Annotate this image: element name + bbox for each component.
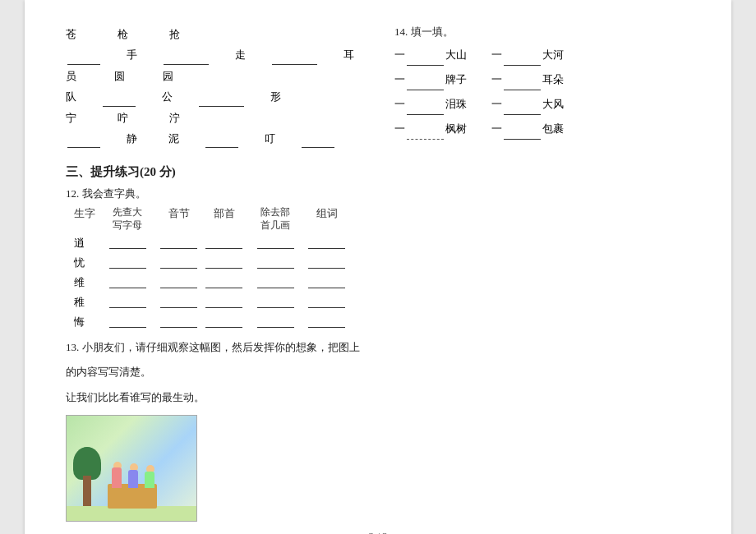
text-3a: 泪珠: [445, 94, 467, 115]
th-chubuhhua: 除去部首几画: [247, 206, 304, 232]
section3-title: 三、提升练习(20 分): [66, 164, 690, 180]
blank-wei-xd: [99, 277, 156, 288]
label-dui: 队: [66, 87, 76, 106]
blank-hui-xd: [99, 316, 156, 328]
blank-xiao-zc: [304, 237, 349, 249]
prefix-2a: 一: [394, 69, 405, 90]
blank-xiao-yj: [156, 237, 201, 249]
blank-zhi-cbh: [247, 297, 304, 308]
label-er: 耳: [343, 45, 354, 64]
prefix-1a: 一: [394, 44, 405, 66]
blank-wei-yj: [156, 277, 201, 288]
th-xianda: 先查大写字母: [99, 206, 156, 232]
blank-hui-bs: [201, 316, 247, 328]
blank-hui-yj: [156, 316, 201, 328]
fill-item-4a: 一 枫树: [394, 118, 467, 140]
char-ning1: 宁: [66, 108, 76, 127]
blank-gong: [103, 87, 136, 106]
blank-1a: [407, 65, 444, 66]
fill-row3: 静 泥 叮: [66, 129, 362, 148]
person-body-3: [145, 472, 154, 488]
top-section: 苍 枪 抢 手 走 耳 员 圆 园 队 公 形: [66, 25, 690, 150]
blank-xiao-xd: [99, 237, 156, 249]
th-boushou: 部首: [201, 206, 247, 232]
blank-hui-zc: [304, 316, 349, 328]
blank-xiao-bs: [201, 237, 247, 249]
blank-xing: [199, 87, 244, 106]
blank-you-xd: [99, 257, 156, 269]
fill-item-1b: 一 大河: [491, 44, 564, 66]
blank-you-yj: [156, 257, 201, 269]
blank-2a: [407, 90, 444, 90]
char-qiang: 枪: [118, 25, 128, 44]
prefix-3a: 一: [394, 94, 405, 115]
fill-row1: 手 走 耳: [66, 45, 362, 64]
label-ding: 叮: [265, 129, 275, 148]
q12-container: 12. 我会查字典。 生字 先查大写字母 音节 部首 除去部首几画 组词 逍: [66, 186, 690, 329]
blank-3a: [407, 114, 444, 115]
blank-xiao-cbh: [247, 237, 304, 249]
blank-zhi-bs: [201, 297, 247, 308]
right-col: 14. 填一填。 一 大山 一 大河: [394, 25, 690, 150]
char-yuan3: 园: [163, 67, 173, 85]
char-yuan2: 圆: [114, 67, 125, 85]
blank-wei-bs: [201, 277, 247, 288]
fill-item-3b: 一 大风: [491, 94, 564, 115]
char-cang: 苍: [66, 25, 76, 44]
exam-page: 苍 枪 抢 手 走 耳 员 圆 园 队 公 形: [25, 0, 731, 534]
char-ning2: 咛: [118, 108, 128, 127]
label-xing: 形: [270, 87, 281, 106]
table-header: 生字 先查大写字母 音节 部首 除去部首几画 组词: [74, 206, 690, 232]
text-2a: 牌子: [445, 69, 467, 90]
page-footer: 3 / 3: [25, 530, 731, 534]
fill-row2: 队 公 形: [66, 87, 362, 106]
text-1a: 大山: [445, 44, 467, 66]
q13-label3: 让我们比比看谁写的最生动。: [66, 388, 690, 408]
fill-right-row3: 一 泪珠 一 大风: [394, 94, 690, 115]
text-4b: 包裹: [542, 118, 564, 140]
blank-3b: [504, 114, 541, 115]
fill-right-row1: 一 大山 一 大河: [394, 44, 690, 66]
blank-4b: [504, 139, 541, 140]
char-zhi: 稚: [74, 295, 99, 310]
prefix-2b: 一: [491, 69, 502, 90]
table-row-you: 忧: [74, 255, 690, 270]
blank-er: [272, 45, 317, 64]
table-row-xiao: 逍: [74, 236, 690, 251]
blank-2b: [504, 90, 541, 90]
char-you: 忧: [74, 255, 99, 270]
chars-row3: 宁 咛 泞: [66, 108, 362, 127]
th-yinjie: 音节: [156, 206, 201, 232]
q13-label1: 13. 小朋友们，请仔细观察这幅图，然后发挥你的想象，把图上: [66, 338, 690, 358]
text-4a: 枫树: [445, 118, 467, 140]
blank-wei-zc: [304, 277, 349, 288]
tree-top-layer1: [73, 447, 101, 480]
fill-right-row2: 一 牌子 一 耳朵: [394, 69, 690, 90]
q14-label: 14. 填一填。: [394, 25, 690, 39]
blank-you-bs: [201, 257, 247, 269]
text-1b: 大河: [542, 44, 564, 66]
char-hui: 悔: [74, 315, 99, 329]
blank-end: [302, 129, 334, 148]
chars-row2: 员 圆 园: [66, 67, 362, 85]
table-row-wei: 维: [74, 275, 690, 290]
blank-zhi-yj: [156, 297, 201, 308]
q12-label: 12. 我会查字典。: [66, 186, 690, 201]
fill-right-section: 一 大山 一 大河 一 牌子: [394, 44, 690, 140]
table-row-zhi: 稚: [74, 295, 690, 310]
label-gong: 公: [162, 87, 173, 106]
char-xiao: 逍: [74, 236, 99, 251]
fill-item-3a: 一 泪珠: [394, 94, 467, 115]
fill-item-2a: 一 牌子: [394, 69, 467, 90]
char-wei: 维: [74, 275, 99, 290]
q13-container: 13. 小朋友们，请仔细观察这幅图，然后发挥你的想象，把图上 的内容写写清楚。 …: [66, 338, 690, 522]
th-shizi: 生字: [74, 206, 99, 232]
th-zuci: 组词: [304, 206, 349, 232]
prefix-3b: 一: [491, 94, 502, 115]
fill-item-4b: 一 包裹: [491, 118, 564, 140]
blank-hui-cbh: [247, 316, 304, 328]
blank-jing: [67, 129, 100, 148]
label-zou: 走: [235, 45, 246, 64]
tree-trunk: [83, 476, 91, 509]
label-shou: 手: [127, 45, 137, 64]
